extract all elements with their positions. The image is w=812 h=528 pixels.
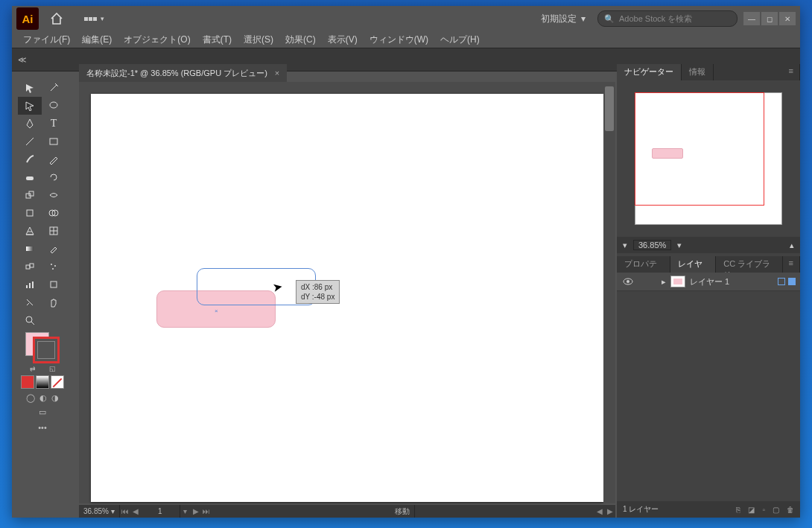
selection-tool[interactable] — [18, 79, 42, 97]
minimize-button[interactable]: — — [743, 12, 760, 25]
new-layer-icon[interactable]: ▢ — [773, 506, 779, 514]
screen-mode-icon[interactable]: ▭ — [39, 407, 46, 416]
layer-name[interactable]: レイヤー 1 — [690, 276, 729, 287]
status-bar: 36.85% ▾ ⏮ ◀ 1 ▾ ▶ ⏭ 移動 ◀ ▶ — [79, 505, 615, 518]
scale-tool[interactable] — [18, 186, 42, 204]
hand-tool[interactable] — [42, 293, 66, 311]
mesh-tool[interactable] — [42, 222, 66, 240]
color-mode-none[interactable] — [51, 375, 64, 389]
arrange-documents-icon[interactable]: ▾ — [79, 10, 109, 27]
pen-tool[interactable] — [18, 115, 42, 133]
draw-inside-icon[interactable]: ◑ — [51, 393, 59, 403]
lasso-tool[interactable] — [42, 97, 66, 115]
locate-object-icon[interactable]: ⎘ — [736, 506, 740, 514]
width-tool[interactable] — [42, 186, 66, 204]
workspace-switcher[interactable]: 初期設定 ▾ — [536, 10, 590, 28]
perspective-tool[interactable] — [18, 222, 42, 240]
slice-tool[interactable] — [18, 293, 42, 311]
next-artboard-icon[interactable]: ▶ — [191, 507, 201, 515]
type-tool[interactable]: T — [42, 115, 66, 133]
menu-bar: ファイル(F) 編集(E) オブジェクト(O) 書式(T) 選択(S) 効果(C… — [12, 31, 800, 48]
column-graph-tool[interactable] — [18, 276, 42, 293]
navigator-zoom-value[interactable]: 36.85% — [633, 240, 671, 250]
tab-cc-libraries[interactable]: CC ライブラリ — [716, 256, 782, 273]
scroll-left-icon[interactable]: ◀ — [594, 507, 605, 515]
navigator-thumbnail[interactable] — [635, 92, 782, 225]
tab-info[interactable]: 情報 — [682, 64, 714, 80]
empty-slot — [42, 311, 66, 329]
maximize-button[interactable]: ◻ — [761, 12, 778, 25]
fill-stroke-swatches[interactable] — [25, 332, 60, 363]
menu-object[interactable]: オブジェクト(O) — [118, 32, 195, 48]
stock-search[interactable]: 🔍 Adobe Stock を検索 — [597, 10, 738, 27]
last-artboard-icon[interactable]: ⏭ — [201, 507, 212, 515]
menu-effect[interactable]: 効果(C) — [280, 32, 321, 48]
free-transform-tool[interactable] — [18, 204, 42, 222]
document-tab[interactable]: 名称未設定-1* @ 36.85% (RGB/GPU プレビュー) × — [79, 64, 287, 82]
default-fill-stroke-icon[interactable]: ◱ — [49, 365, 56, 372]
rotate-tool[interactable] — [42, 168, 66, 186]
layer-row[interactable]: ▸ レイヤー 1 — [617, 273, 800, 291]
navigator-body[interactable] — [617, 80, 800, 237]
scroll-right-icon[interactable]: ▶ — [605, 507, 615, 515]
menu-file[interactable]: ファイル(F) — [18, 32, 75, 48]
target-icon[interactable] — [778, 278, 785, 285]
artboard-number[interactable]: 1 — [141, 505, 180, 518]
zoom-in-icon[interactable]: ▴ — [790, 241, 794, 250]
shape-builder-tool[interactable] — [42, 204, 66, 222]
artboard-dropdown-icon[interactable]: ▾ — [180, 507, 191, 515]
first-artboard-icon[interactable]: ⏮ — [120, 507, 130, 515]
zoom-tool[interactable] — [18, 311, 42, 329]
chevron-down-icon: ▾ — [581, 13, 586, 24]
layers-panel-menu-icon[interactable]: ≡ — [783, 256, 800, 273]
paintbrush-tool[interactable] — [18, 150, 42, 168]
menu-type[interactable]: 書式(T) — [197, 32, 237, 48]
layers-panel-tabs: プロパティ レイヤー CC ライブラリ ≡ — [617, 256, 800, 273]
line-tool[interactable] — [18, 133, 42, 150]
stroke-swatch[interactable] — [33, 337, 60, 363]
menu-select[interactable]: 選択(S) — [238, 32, 279, 48]
eyedropper-tool[interactable] — [42, 240, 66, 258]
menu-window[interactable]: ウィンドウ(W) — [364, 32, 434, 48]
prev-artboard-icon[interactable]: ◀ — [130, 507, 141, 515]
blend-tool[interactable] — [18, 258, 42, 276]
disclosure-triangle-icon[interactable]: ▸ — [657, 277, 670, 287]
draw-behind-icon[interactable]: ◐ — [39, 393, 47, 403]
rectangle-tool[interactable] — [42, 133, 66, 150]
magic-wand-tool[interactable] — [42, 79, 66, 97]
collapse-toggle[interactable]: ≪ — [18, 55, 27, 65]
symbol-sprayer-tool[interactable] — [42, 258, 66, 276]
eraser-tool[interactable] — [18, 168, 42, 186]
pencil-tool[interactable] — [42, 150, 66, 168]
zoom-level[interactable]: 36.85% ▾ — [79, 505, 120, 518]
canvas-area[interactable]: × ➤ dX :86 px dY :-48 px — [79, 82, 615, 503]
selection-indicator-icon[interactable] — [788, 278, 796, 285]
panel-menu-icon[interactable]: ≡ — [783, 64, 800, 80]
artboard[interactable]: × ➤ dX :86 px dY :-48 px — [91, 94, 603, 502]
menu-help[interactable]: ヘルプ(H) — [435, 32, 485, 48]
menu-view[interactable]: 表示(V) — [323, 32, 363, 48]
swap-fill-stroke-icon[interactable]: ⇄ — [30, 365, 36, 372]
make-clipping-mask-icon[interactable]: ◪ — [748, 506, 755, 514]
visibility-toggle-icon[interactable] — [617, 278, 639, 285]
svg-rect-20 — [32, 282, 34, 288]
tab-properties[interactable]: プロパティ — [617, 256, 670, 273]
tab-navigator[interactable]: ナビゲーター — [617, 64, 682, 80]
create-sublayer-icon[interactable]: ▫ — [762, 506, 765, 514]
delete-layer-icon[interactable]: 🗑 — [787, 506, 794, 514]
close-button[interactable]: ✕ — [779, 12, 796, 25]
close-tab-icon[interactable]: × — [275, 69, 279, 77]
gradient-tool[interactable] — [18, 240, 42, 258]
home-icon[interactable] — [48, 10, 66, 27]
nav-zoom-dropdown-icon[interactable]: ▾ — [677, 241, 682, 250]
draw-normal-icon[interactable]: ◯ — [26, 393, 35, 403]
artboard-tool[interactable] — [42, 276, 66, 293]
zoom-out-icon[interactable]: ▾ — [623, 241, 627, 250]
color-mode-solid[interactable] — [21, 375, 34, 389]
vertical-scrollbar[interactable] — [603, 82, 615, 503]
menu-edit[interactable]: 編集(E) — [77, 32, 117, 48]
tab-layers[interactable]: レイヤー — [670, 256, 717, 273]
edit-toolbar-icon[interactable]: ••• — [38, 423, 47, 432]
direct-selection-tool[interactable] — [18, 97, 42, 115]
color-mode-gradient[interactable] — [36, 375, 49, 389]
